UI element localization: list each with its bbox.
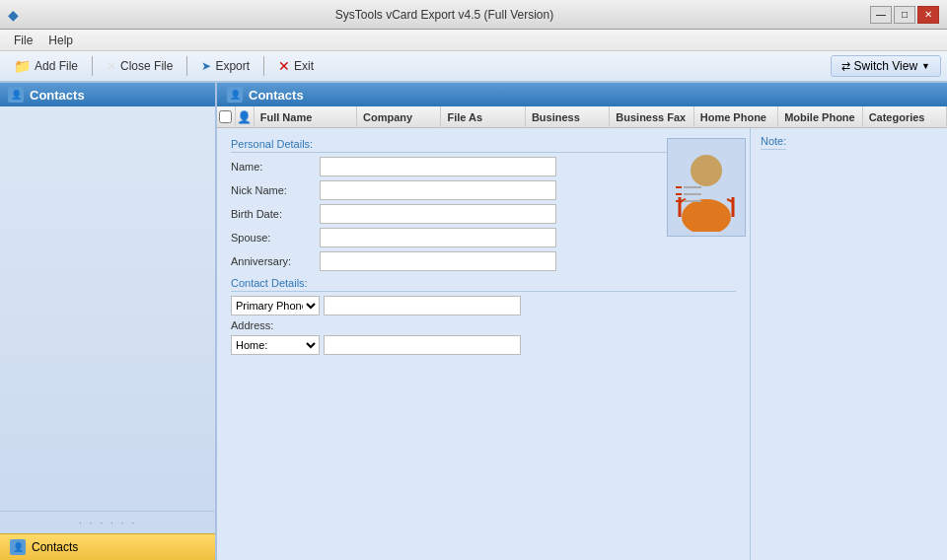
- export-button[interactable]: ➤ Export: [193, 56, 257, 76]
- name-field-row: Name:: [231, 157, 736, 176]
- exit-button[interactable]: ✕ Exit: [270, 55, 322, 77]
- nick-name-field-row: Nick Name:: [231, 180, 736, 200]
- th-business-fax: Business Fax: [610, 106, 693, 128]
- add-file-button[interactable]: 📁 Add File: [6, 55, 86, 77]
- name-input[interactable]: [320, 157, 556, 176]
- table-header: 👤 Full Name Company File As Business Bus…: [217, 106, 947, 128]
- close-file-button[interactable]: ✕ Close File: [99, 56, 181, 76]
- app-logo: ◆: [8, 7, 19, 23]
- address-select[interactable]: Home:: [231, 335, 320, 355]
- anniversary-input[interactable]: [320, 251, 556, 271]
- th-categories: Categories: [863, 106, 947, 128]
- export-icon: ➤: [201, 59, 211, 73]
- personal-section-title: Personal Details:: [231, 138, 736, 153]
- spouse-field-row: Spouse:: [231, 228, 736, 247]
- contact-section-title: Contact Details:: [231, 277, 736, 292]
- note-label: Note:: [761, 135, 786, 150]
- title-bar: ◆ SysTools vCard Export v4.5 (Full Versi…: [0, 0, 947, 30]
- th-full-name: Full Name: [255, 106, 357, 128]
- switch-view-icon: ⇄: [841, 60, 850, 73]
- sidebar-dots: · · · · · ·: [0, 511, 215, 533]
- th-mobile-phone: Mobile Phone: [778, 106, 862, 128]
- nick-name-input[interactable]: [320, 180, 556, 200]
- sidebar-contacts-label: Contacts: [32, 540, 78, 554]
- sidebar-item-contacts-icon: 👤: [10, 539, 26, 555]
- svg-point-0: [691, 155, 722, 186]
- sidebar-header: 👤 Contacts: [0, 83, 215, 106]
- separator-3: [263, 56, 264, 76]
- close-button[interactable]: ✕: [917, 6, 939, 24]
- toolbar: 📁 Add File ✕ Close File ➤ Export ✕ Exit …: [0, 51, 947, 83]
- add-file-icon: 📁: [14, 58, 31, 74]
- window-title: SysTools vCard Export v4.5 (Full Version…: [19, 8, 870, 22]
- dropdown-arrow-icon: ▼: [921, 61, 930, 71]
- exit-icon: ✕: [278, 58, 290, 74]
- right-panel: 👤 Contacts 👤 Full Name Company File As B…: [217, 83, 947, 560]
- th-company: Company: [357, 106, 441, 128]
- th-icon: 👤: [236, 106, 255, 128]
- minimize-button[interactable]: —: [870, 6, 892, 24]
- contacts-panel-title: Contacts: [249, 88, 304, 103]
- note-panel: Note:: [750, 128, 947, 560]
- separator-1: [92, 56, 93, 76]
- name-label: Name:: [231, 161, 320, 173]
- sidebar-contacts-icon: 👤: [8, 87, 24, 103]
- address-input[interactable]: [324, 335, 521, 355]
- sidebar: 👤 Contacts · · · · · · 👤 Contacts: [0, 83, 217, 560]
- separator-2: [186, 56, 187, 76]
- birth-date-label: Birth Date:: [231, 208, 320, 220]
- bottom-panel: Personal Details: Name: Nick Name: Birth…: [217, 128, 947, 560]
- spouse-label: Spouse:: [231, 232, 320, 244]
- avatar-image: [672, 143, 741, 232]
- primary-phone-field-row: Primary Phone:: [231, 296, 736, 315]
- anniversary-label: Anniversary:: [231, 255, 320, 267]
- th-business: Business: [526, 106, 610, 128]
- address-label-row: Address:: [231, 319, 736, 331]
- svg-point-1: [682, 199, 731, 232]
- select-all-checkbox[interactable]: [219, 110, 232, 123]
- address-field-row: Home:: [231, 335, 736, 355]
- sidebar-content: [0, 106, 215, 511]
- main-area: 👤 Contacts · · · · · · 👤 Contacts 👤 Cont…: [0, 83, 947, 560]
- close-file-icon: ✕: [107, 59, 116, 73]
- th-home-phone: Home Phone: [694, 106, 778, 128]
- maximize-button[interactable]: □: [894, 6, 915, 24]
- address-label: Address:: [231, 319, 320, 331]
- sidebar-title: Contacts: [30, 88, 85, 103]
- th-checkbox[interactable]: [217, 106, 236, 128]
- contacts-panel-header: 👤 Contacts: [217, 83, 947, 106]
- birth-date-field-row: Birth Date:: [231, 204, 736, 224]
- window-controls: — □ ✕: [870, 6, 939, 24]
- menu-help[interactable]: Help: [40, 32, 81, 49]
- contacts-header-icon: 👤: [227, 87, 243, 103]
- spouse-input[interactable]: [320, 228, 556, 247]
- sidebar-contacts-item[interactable]: 👤 Contacts: [0, 533, 215, 560]
- th-file-as: File As: [441, 106, 525, 128]
- birth-date-input[interactable]: [320, 204, 556, 224]
- menu-bar: File Help: [0, 30, 947, 51]
- primary-phone-input[interactable]: [324, 296, 521, 315]
- nick-name-label: Nick Name:: [231, 184, 320, 196]
- primary-phone-select[interactable]: Primary Phone:: [231, 296, 320, 315]
- switch-view-button[interactable]: ⇄ Switch View ▼: [831, 55, 941, 77]
- anniversary-field-row: Anniversary:: [231, 251, 736, 271]
- avatar-area: [667, 138, 746, 237]
- menu-file[interactable]: File: [6, 32, 40, 49]
